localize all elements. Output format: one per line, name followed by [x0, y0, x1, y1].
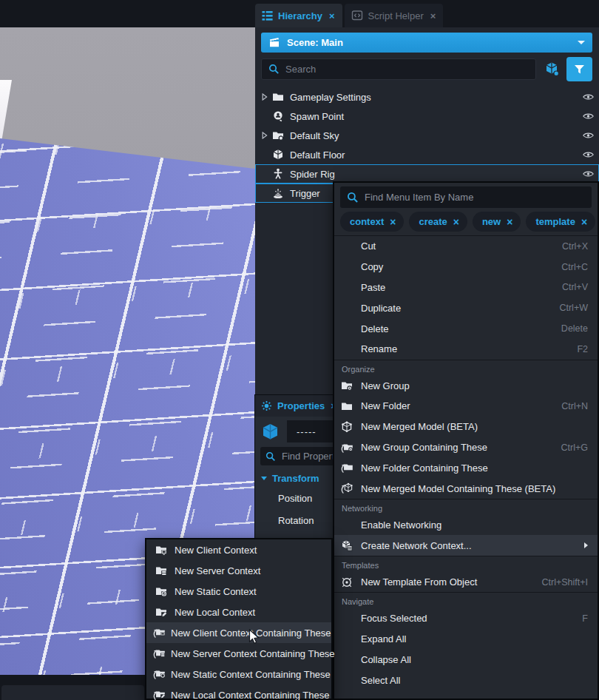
- property-search[interactable]: [260, 447, 334, 465]
- menu-item-delete[interactable]: DeleteDelete: [334, 318, 598, 339]
- filter-button[interactable]: [566, 57, 592, 81]
- menu-search[interactable]: [340, 186, 592, 208]
- network-context-icon: [339, 539, 354, 551]
- filter-chip-label: create: [419, 216, 447, 227]
- menu-section-header-templates: Templates: [334, 556, 598, 572]
- network-context-submenu: New Client ContextNew Server ContextNew …: [145, 538, 333, 700]
- submenu-item-new-local-context-containing-these[interactable]: New Local Context Containing These: [146, 684, 331, 700]
- tree-row-default-sky[interactable]: Default Sky: [255, 126, 599, 145]
- submenu-item-new-local-context[interactable]: New Local Context: [146, 602, 331, 622]
- trigger-icon: [271, 187, 285, 199]
- menu-item-shortcut: Ctrl+Shift+I: [541, 577, 588, 588]
- menu-item-label: Duplicate: [361, 303, 401, 314]
- close-icon[interactable]: ×: [430, 10, 436, 21]
- submenu-item-new-server-context-containing-these[interactable]: New Server Context Containing These: [146, 643, 331, 664]
- menu-item-create-network-context[interactable]: Create Network Context...: [334, 535, 598, 556]
- menu-item-shortcut: Delete: [561, 323, 588, 334]
- gear-icon: [261, 400, 272, 411]
- filter-chip-template[interactable]: template×: [526, 212, 595, 232]
- menu-item-shortcut: Ctrl+X: [562, 241, 588, 252]
- remove-filter-icon[interactable]: ×: [453, 216, 459, 228]
- menu-item-shortcut: Ctrl+V: [562, 282, 588, 292]
- menu-item-enable-networking[interactable]: Enable Networking: [334, 515, 598, 536]
- submenu-item-label: New Server Context Containing These: [171, 648, 335, 659]
- tree-row-gameplay-settings[interactable]: Gameplay Settings: [255, 87, 599, 107]
- tab-hierarchy-label: Hierarchy: [278, 10, 322, 21]
- menu-item-new-merged-model-beta[interactable]: New Merged Model (BETA): [334, 417, 598, 437]
- local-context-arrow-icon: [153, 689, 165, 700]
- menu-item-label: Create Network Context...: [361, 540, 472, 551]
- menu-item-shortcut: F: [582, 613, 588, 624]
- menu-item-collapse-all[interactable]: Collapse All: [334, 650, 598, 670]
- menu-item-label: New Merged Model (BETA): [361, 421, 478, 432]
- remove-filter-icon[interactable]: ×: [390, 216, 396, 228]
- tree-item-label: Trigger: [290, 188, 320, 199]
- tab-hierarchy[interactable]: Hierarchy ×: [255, 4, 342, 27]
- hierarchy-search-input[interactable]: [285, 64, 529, 75]
- menu-item-copy[interactable]: CopyCtrl+C: [334, 257, 598, 277]
- menu-item-label: Rename: [361, 343, 397, 354]
- filter-chip-label: template: [535, 216, 575, 227]
- menu-item-new-group[interactable]: New Group: [334, 375, 598, 396]
- submenu-item-new-static-context-containing-these[interactable]: New Static Context Containing These: [146, 664, 331, 684]
- menu-item-new-group-containing-these[interactable]: New Group Containing TheseCtrl+G: [334, 437, 598, 458]
- visibility-eye-icon[interactable]: [583, 151, 594, 158]
- property-search-input[interactable]: [282, 451, 334, 462]
- merged-model-arrow-icon: [339, 482, 354, 494]
- menu-item-shortcut: Ctrl+W: [559, 303, 588, 313]
- submenu-item-new-server-context[interactable]: New Server Context: [146, 560, 331, 581]
- menu-item-expand-all[interactable]: Expand All: [334, 629, 598, 650]
- expand-caret-icon[interactable]: [260, 132, 269, 139]
- menu-section-header-organize: Organize: [334, 360, 598, 376]
- menu-item-rename[interactable]: RenameF2: [334, 339, 598, 360]
- tree-item-label: Gameplay Settings: [290, 92, 371, 103]
- asset-filter-icon[interactable]: [543, 60, 561, 78]
- visibility-eye-icon[interactable]: [583, 132, 594, 139]
- menu-item-duplicate[interactable]: DuplicateCtrl+W: [334, 297, 598, 318]
- visibility-eye-icon[interactable]: [583, 93, 594, 101]
- menu-item-new-folder-containing-these[interactable]: New Folder Containing These: [334, 457, 598, 478]
- folder-gear-arrow-icon: [339, 442, 354, 454]
- menu-item-label: New Group: [361, 380, 410, 391]
- submenu-item-new-static-context[interactable]: New Static Context: [146, 581, 331, 602]
- remove-filter-icon[interactable]: ×: [507, 216, 512, 228]
- filter-chip-context[interactable]: context×: [340, 212, 404, 232]
- tab-script-helper[interactable]: Script Helper ×: [345, 4, 444, 27]
- search-icon: [268, 64, 280, 75]
- tree-item-label: Default Sky: [290, 130, 339, 141]
- object-name-field[interactable]: -----: [287, 420, 334, 442]
- filter-chip-create[interactable]: create×: [409, 212, 467, 232]
- submenu-item-new-client-context[interactable]: New Client Context: [146, 539, 331, 560]
- tree-row-spawn-point[interactable]: Spawn Point: [255, 107, 599, 126]
- property-row-rotation[interactable]: Rotation: [255, 509, 334, 531]
- properties-tab[interactable]: Properties ×: [255, 395, 334, 417]
- menu-item-new-folder[interactable]: New FolderCtrl+N: [334, 396, 598, 417]
- menu-item-label: Delete: [361, 323, 389, 334]
- remove-filter-icon[interactable]: ×: [581, 216, 587, 228]
- menu-item-focus-selected[interactable]: Focus SelectedF: [334, 608, 598, 629]
- white-wall-object: [0, 80, 12, 144]
- visibility-eye-icon[interactable]: [583, 170, 594, 178]
- scene-selector[interactable]: Scene: Main: [261, 33, 592, 53]
- menu-item-label: Enable Networking: [361, 519, 441, 531]
- close-icon[interactable]: ×: [329, 10, 335, 21]
- tree-row-default-floor[interactable]: Default Floor: [255, 145, 599, 164]
- menu-item-shortcut: Ctrl+G: [561, 442, 588, 453]
- hierarchy-search[interactable]: [261, 58, 536, 80]
- menu-item-new-template-from-object[interactable]: New Template From ObjectCtrl+Shift+I: [334, 572, 598, 593]
- menu-search-input[interactable]: [365, 192, 585, 203]
- client-context-icon: [153, 544, 169, 556]
- object-cube-icon: [260, 422, 280, 442]
- transform-section-header[interactable]: Transform: [255, 465, 334, 487]
- menu-item-new-merged-model-containing-these-beta[interactable]: New Merged Model Containing These (BETA): [334, 478, 598, 499]
- menu-item-paste[interactable]: PasteCtrl+V: [334, 277, 598, 298]
- expand-caret-icon[interactable]: [260, 93, 269, 101]
- filter-chip-label: new: [482, 216, 501, 227]
- property-row-position[interactable]: Position: [255, 487, 334, 509]
- filter-chip-new[interactable]: new×: [473, 212, 521, 232]
- submenu-item-new-client-context-containing-these[interactable]: New Client Context Containing These: [146, 622, 331, 643]
- visibility-eye-icon[interactable]: [583, 112, 594, 120]
- menu-item-select-all[interactable]: Select All: [334, 670, 598, 690]
- menu-item-cut[interactable]: CutCtrl+X: [334, 236, 598, 257]
- app-window: Scene: Main Gameplay SettingsSpawn Point…: [0, 0, 599, 700]
